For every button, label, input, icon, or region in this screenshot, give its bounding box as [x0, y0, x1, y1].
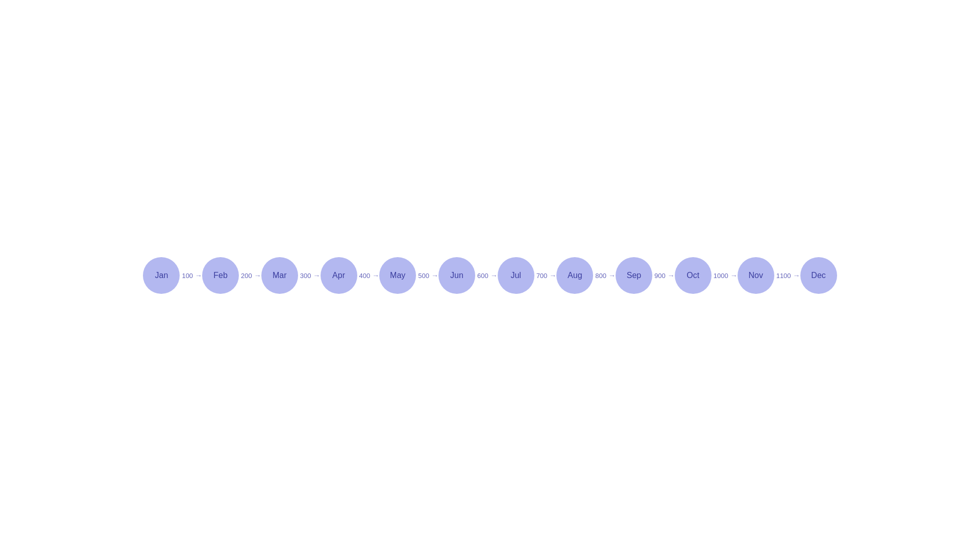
connector-arrow: → — [491, 271, 498, 280]
connector-value: 600 — [477, 272, 488, 280]
month-label-apr: Apr — [332, 271, 345, 280]
timeline-item-jan[interactable]: Jan100→ — [143, 257, 202, 294]
month-node-feb[interactable]: Feb — [202, 257, 239, 294]
month-node-oct[interactable]: Oct — [675, 257, 712, 294]
connector-jun-to-jul: 600→ — [475, 271, 498, 280]
month-label-aug: Aug — [568, 271, 582, 280]
month-node-nov[interactable]: Nov — [738, 257, 774, 294]
connector-value: 900 — [654, 272, 666, 280]
month-label-jul: Jul — [510, 271, 521, 280]
month-label-jan: Jan — [155, 271, 168, 280]
connector-arrow: → — [431, 271, 438, 280]
connector-value: 200 — [241, 272, 252, 280]
month-node-jan[interactable]: Jan — [143, 257, 180, 294]
connector-value: 400 — [359, 272, 371, 280]
connector-arrow: → — [608, 271, 616, 280]
connector-apr-to-may: 400→ — [357, 271, 380, 280]
connector-value: 300 — [300, 272, 311, 280]
month-label-may: May — [390, 271, 405, 280]
connector-arrow: → — [549, 271, 556, 280]
month-node-may[interactable]: May — [379, 257, 416, 294]
connector-jul-to-aug: 700→ — [534, 271, 557, 280]
connector-nov-to-dec: 1100→ — [774, 271, 800, 280]
connector-arrow: → — [372, 271, 379, 280]
month-node-sep[interactable]: Sep — [616, 257, 652, 294]
timeline-item-mar[interactable]: Mar300→ — [261, 257, 321, 294]
connector-value: 1000 — [714, 272, 728, 280]
month-label-jun: Jun — [450, 271, 463, 280]
month-node-aug[interactable]: Aug — [556, 257, 593, 294]
month-node-dec[interactable]: Dec — [800, 257, 837, 294]
month-label-sep: Sep — [627, 271, 641, 280]
timeline-item-jun[interactable]: Jun600→ — [438, 257, 498, 294]
timeline-container: Jan100→Feb200→Mar300→Apr400→May500→Jun60… — [0, 257, 980, 294]
timeline-item-may[interactable]: May500→ — [379, 257, 438, 294]
month-label-oct: Oct — [687, 271, 699, 280]
connector-value: 800 — [595, 272, 606, 280]
month-node-apr[interactable]: Apr — [321, 257, 357, 294]
month-label-dec: Dec — [811, 271, 825, 280]
connector-arrow: → — [668, 271, 675, 280]
connector-value: 100 — [182, 272, 193, 280]
connector-arrow: → — [195, 271, 202, 280]
connector-value: 1100 — [776, 272, 791, 280]
connector-sep-to-oct: 900→ — [652, 271, 675, 280]
connector-arrow: → — [254, 271, 261, 280]
connector-arrow: → — [313, 271, 321, 280]
timeline-item-apr[interactable]: Apr400→ — [321, 257, 380, 294]
timeline-item-aug[interactable]: Aug800→ — [556, 257, 616, 294]
month-label-feb: Feb — [213, 271, 228, 280]
timeline-item-nov[interactable]: Nov1100→ — [738, 257, 800, 294]
month-node-mar[interactable]: Mar — [261, 257, 298, 294]
connector-feb-to-mar: 200→ — [239, 271, 261, 280]
month-node-jun[interactable]: Jun — [438, 257, 475, 294]
connector-arrow: → — [730, 271, 738, 280]
month-label-mar: Mar — [273, 271, 287, 280]
connector-value: 500 — [418, 272, 429, 280]
timeline-item-dec[interactable]: Dec — [800, 257, 837, 294]
timeline-item-feb[interactable]: Feb200→ — [202, 257, 261, 294]
month-node-jul[interactable]: Jul — [498, 257, 534, 294]
connector-jan-to-feb: 100→ — [180, 271, 202, 280]
timeline-item-sep[interactable]: Sep900→ — [616, 257, 675, 294]
connector-may-to-jun: 500→ — [416, 271, 438, 280]
connector-value: 700 — [536, 272, 548, 280]
connector-mar-to-apr: 300→ — [298, 271, 321, 280]
month-label-nov: Nov — [748, 271, 763, 280]
timeline-item-oct[interactable]: Oct1000→ — [675, 257, 738, 294]
timeline-item-jul[interactable]: Jul700→ — [498, 257, 557, 294]
connector-oct-to-nov: 1000→ — [712, 271, 738, 280]
connector-aug-to-sep: 800→ — [593, 271, 616, 280]
connector-arrow: → — [793, 271, 800, 280]
